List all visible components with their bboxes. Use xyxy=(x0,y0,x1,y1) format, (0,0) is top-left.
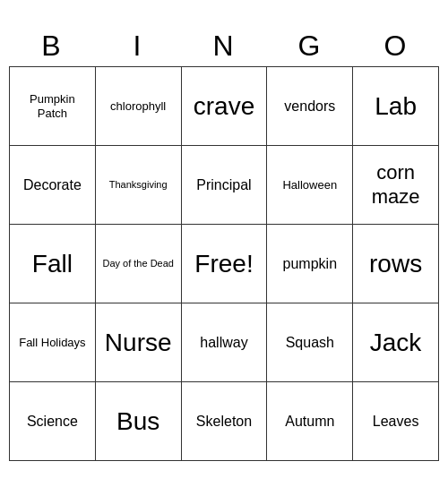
header-letter-N: N xyxy=(181,26,267,66)
cell-0-1: chlorophyll xyxy=(96,67,182,146)
cell-text-4-1: Bus xyxy=(116,406,159,437)
cell-1-0: Decorate xyxy=(10,146,96,225)
cell-0-2: crave xyxy=(182,67,268,146)
cell-2-4: rows xyxy=(353,225,439,303)
cell-4-3: Autumn xyxy=(267,382,353,461)
header-letter-G: G xyxy=(267,26,353,66)
cell-2-2: Free! xyxy=(182,225,268,303)
cell-text-1-3: Halloween xyxy=(282,178,337,192)
cell-3-4: Jack xyxy=(353,303,439,382)
header-letter-B: B xyxy=(9,26,95,66)
cell-0-3: vendors xyxy=(267,67,353,146)
cell-0-4: Lab xyxy=(353,67,439,146)
cell-text-2-2: Free! xyxy=(194,249,253,279)
cell-3-0: Fall Holidays xyxy=(10,303,96,382)
cell-1-1: Thanksgiving xyxy=(96,146,182,225)
cell-text-3-1: Nurse xyxy=(105,328,172,358)
cell-3-1: Nurse xyxy=(96,303,182,382)
cell-4-0: Science xyxy=(10,382,96,461)
cell-4-4: Leaves xyxy=(353,382,439,461)
cell-text-4-0: Science xyxy=(27,413,78,430)
cell-text-2-3: pumpkin xyxy=(283,255,337,272)
cell-text-1-1: Thanksgiving xyxy=(109,179,168,191)
cell-text-0-0: Pumpkin Patch xyxy=(13,92,91,120)
cell-1-2: Principal xyxy=(182,146,268,225)
cell-2-1: Day of the Dead xyxy=(96,225,182,303)
cell-2-0: Fall xyxy=(10,225,96,303)
cell-text-2-4: rows xyxy=(369,249,422,279)
cell-1-4: corn maze xyxy=(353,146,439,225)
cell-text-2-1: Day of the Dead xyxy=(102,258,174,269)
cell-2-3: pumpkin xyxy=(267,225,353,303)
header-letter-I: I xyxy=(95,26,181,66)
cell-text-3-2: hallway xyxy=(200,334,247,351)
cell-text-2-0: Fall xyxy=(32,249,73,279)
cell-text-0-2: crave xyxy=(194,91,254,122)
bingo-card: BINGO Pumpkin Patchchlorophyllcravevendo… xyxy=(9,26,439,461)
cell-text-3-4: Jack xyxy=(370,328,422,358)
cell-text-0-4: Lab xyxy=(375,91,417,122)
bingo-header: BINGO xyxy=(9,26,439,66)
cell-text-4-3: Autumn xyxy=(285,413,334,430)
cell-3-2: hallway xyxy=(182,303,268,382)
bingo-grid: Pumpkin PatchchlorophyllcravevendorsLabD… xyxy=(9,66,439,461)
cell-text-1-0: Decorate xyxy=(23,176,82,193)
cell-text-3-3: Squash xyxy=(286,334,334,351)
cell-text-3-0: Fall Holidays xyxy=(19,336,85,350)
cell-text-0-3: vendors xyxy=(284,98,335,115)
cell-4-1: Bus xyxy=(96,382,182,461)
cell-1-3: Halloween xyxy=(267,146,353,225)
cell-text-4-4: Leaves xyxy=(373,413,419,430)
header-letter-O: O xyxy=(353,26,439,66)
cell-text-1-2: Principal xyxy=(196,176,251,193)
cell-text-1-4: corn maze xyxy=(357,161,435,209)
cell-4-2: Skeleton xyxy=(182,382,268,461)
cell-0-0: Pumpkin Patch xyxy=(10,67,96,146)
cell-text-4-2: Skeleton xyxy=(196,413,252,430)
cell-text-0-1: chlorophyll xyxy=(110,99,166,114)
cell-3-3: Squash xyxy=(267,303,353,382)
